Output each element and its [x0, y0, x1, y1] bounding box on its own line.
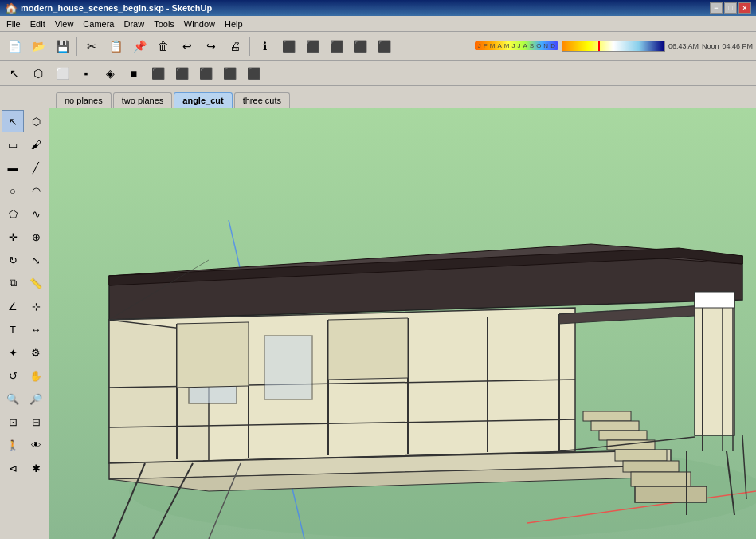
left-tool-walk-button[interactable]: 🚶: [2, 434, 24, 456]
section-tab-three-cuts[interactable]: three cuts: [234, 92, 290, 108]
left-tool-rotate-button[interactable]: ↻: [2, 249, 24, 271]
toolbar-styles-button[interactable]: ⬛: [325, 35, 347, 57]
left-tool-arc-button[interactable]: ◠: [25, 179, 47, 202]
left-tool-previous-view-button[interactable]: ⊟: [25, 411, 47, 433]
month-S: S: [529, 42, 535, 49]
view-toolbar: ↖⬡⬜▪◈■⬛⬛⬛⬛⬛: [0, 61, 756, 86]
noon-label: Noon: [702, 42, 719, 50]
menu-view[interactable]: View: [50, 18, 79, 30]
toolbar-undo-button[interactable]: ↩: [176, 35, 198, 57]
section-tab-no-planes[interactable]: no planes: [56, 92, 112, 108]
toolbar-materials-button[interactable]: ⬛: [373, 35, 395, 57]
view-front-view-button[interactable]: ▪: [75, 62, 97, 85]
toolbar-layers-button[interactable]: ⬛: [301, 35, 323, 57]
month-indicator: JFMAMJJASOND: [475, 41, 558, 50]
view-wireframe-button[interactable]: ⬛: [147, 62, 169, 85]
view-standard-view-button[interactable]: ■: [123, 62, 145, 85]
left-tool-zoom-window-button[interactable]: 🔎: [25, 388, 47, 410]
left-tool-axes-button[interactable]: ⊹: [25, 295, 47, 317]
left-tool-freehand-button[interactable]: ∿: [25, 203, 47, 225]
left-tool-text-button[interactable]: T: [2, 318, 24, 340]
left-tool-make-component-button[interactable]: ⬡: [25, 110, 47, 132]
left-tool-dimension-button[interactable]: ↔: [25, 318, 47, 340]
left-tool-position-camera-button[interactable]: ⊲: [2, 457, 24, 479]
toolbar-redo-button[interactable]: ↪: [200, 35, 222, 57]
minimize-button[interactable]: −: [710, 2, 723, 14]
section-tab-angle_cut[interactable]: angle_cut: [174, 92, 232, 108]
left-tool-scale-button[interactable]: ⤡: [25, 249, 47, 271]
close-button[interactable]: ×: [738, 2, 751, 14]
view-monochrome-button[interactable]: ⬛: [242, 62, 264, 85]
left-tool-row-13: ⊡⊟: [2, 411, 47, 433]
view-iso-view-button[interactable]: ⬡: [27, 62, 49, 85]
menu-bar: FileEditViewCameraDrawToolsWindowHelp: [0, 16, 756, 32]
viewport[interactable]: [49, 108, 756, 539]
toolbar-cut-button[interactable]: ✂: [80, 35, 103, 57]
menu-file[interactable]: File: [2, 18, 25, 30]
left-tool-offset-button[interactable]: ⧉: [2, 272, 24, 294]
month-A: A: [522, 42, 527, 49]
toolbar-new-file-button[interactable]: 📄: [3, 35, 25, 57]
toolbar-delete-button[interactable]: 🗑: [152, 35, 174, 57]
svg-rect-35: [635, 486, 707, 502]
menu-edit[interactable]: Edit: [25, 18, 50, 30]
menu-help[interactable]: Help: [220, 18, 248, 30]
left-tool-row-15: ⊲✱: [2, 457, 47, 479]
svg-rect-32: [615, 450, 667, 461]
section-tabs: no planestwo planesangle_cutthree cuts: [0, 86, 756, 108]
left-tool-look-around-button[interactable]: 👁: [25, 434, 47, 456]
left-tool-ns-indicator-button[interactable]: ✱: [25, 457, 47, 479]
left-tool-tape-measure-button[interactable]: 📏: [25, 272, 47, 294]
left-tool-rectangle-button[interactable]: ▬: [2, 156, 24, 179]
maximize-button[interactable]: □: [724, 2, 737, 14]
left-tool-erase-button[interactable]: ▭: [2, 133, 24, 155]
toolbar-paste-button[interactable]: 📌: [128, 35, 151, 57]
left-tool-move-button[interactable]: ✛: [2, 226, 24, 248]
toolbar-open-file-button[interactable]: 📂: [27, 35, 49, 57]
menu-camera[interactable]: Camera: [78, 18, 119, 30]
view-shaded-textured-button[interactable]: ⬛: [218, 62, 241, 85]
toolbar-sep-3: [76, 37, 77, 56]
left-tool-polygon-button[interactable]: ⬠: [2, 203, 24, 225]
section-tab-two-planes[interactable]: two planes: [113, 92, 173, 108]
view-select-button[interactable]: ↖: [3, 62, 25, 85]
time-bar: JFMAMJJASOND 06:43 AM Noon 04:46 PM: [475, 41, 753, 52]
left-tool-section-cut-button[interactable]: ✦: [2, 341, 24, 364]
left-tool-row-3: ○◠: [2, 179, 47, 202]
left-tool-follow-me-button[interactable]: ⚙: [25, 341, 47, 364]
left-tool-row-9: T↔: [2, 318, 47, 340]
toolbar-scenes-button[interactable]: ⬛: [277, 35, 300, 57]
toolbar-model-info-button[interactable]: ℹ: [253, 35, 276, 57]
left-tool-paint-bucket-button[interactable]: 🖌: [25, 133, 47, 155]
toolbar-print-button[interactable]: 🖨: [224, 35, 246, 57]
view-3d-view-button[interactable]: ◈: [99, 62, 121, 85]
toolbar-save-file-button[interactable]: 💾: [51, 35, 73, 57]
menu-draw[interactable]: Draw: [119, 18, 149, 30]
time-display-1: 06:43 AM: [668, 42, 699, 50]
left-tool-push-pull-button[interactable]: ⊕: [25, 226, 47, 248]
time-gradient[interactable]: [562, 41, 665, 52]
svg-rect-28: [583, 411, 631, 421]
toolbar-components-button[interactable]: ⬛: [349, 35, 371, 57]
month-J: J: [516, 42, 521, 49]
menu-tools[interactable]: Tools: [149, 18, 179, 30]
left-tool-pan-button[interactable]: ✋: [25, 364, 47, 387]
svg-rect-40: [264, 336, 312, 399]
left-tool-zoom-button[interactable]: 🔍: [2, 388, 24, 410]
left-tool-orbit-button[interactable]: ↺: [2, 364, 24, 387]
left-tool-row-4: ⬠∿: [2, 203, 47, 225]
left-tool-circle-button[interactable]: ○: [2, 179, 24, 202]
menu-window[interactable]: Window: [179, 18, 220, 30]
month-F: F: [483, 42, 488, 49]
view-hidden-line-button[interactable]: ⬛: [170, 62, 193, 85]
left-tool-select-button[interactable]: ↖: [2, 110, 24, 132]
view-shaded-button[interactable]: ⬛: [194, 62, 217, 85]
toolbar-copy-button[interactable]: 📋: [104, 35, 127, 57]
left-tool-row-10: ✦⚙: [2, 341, 47, 364]
left-tool-row-11: ↺✋: [2, 364, 47, 387]
left-tool-line-button[interactable]: ╱: [25, 156, 47, 179]
time-display-2: 04:46 PM: [722, 42, 753, 50]
left-tool-zoom-extents-button[interactable]: ⊡: [2, 411, 24, 433]
left-tool-protractor-button[interactable]: ∠: [2, 295, 24, 317]
view-top-view-button[interactable]: ⬜: [51, 62, 73, 85]
